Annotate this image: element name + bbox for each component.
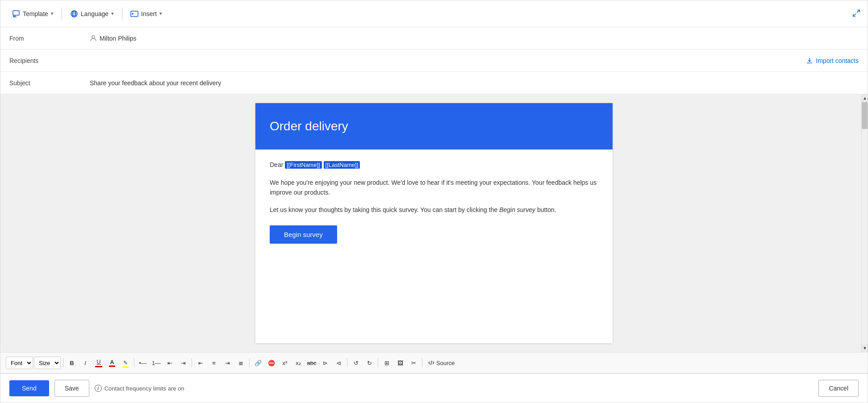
info-icon: i xyxy=(95,385,102,392)
outdent-button[interactable]: ⇤ xyxy=(163,357,176,369)
language-icon xyxy=(70,10,78,18)
from-value: Milton Philips xyxy=(100,35,136,42)
email-para-1: We hope you're enjoying your new product… xyxy=(270,178,598,198)
template-menu[interactable]: Template ▾ xyxy=(8,7,58,21)
template-chevron: ▾ xyxy=(51,11,54,17)
subscript-button[interactable]: x₂ xyxy=(292,357,305,369)
dear-prefix: Dear xyxy=(270,161,283,168)
recipients-row: Recipients Import contacts xyxy=(0,50,868,72)
email-content: Dear [[FirstName]] [[LastName]] We hope … xyxy=(255,150,613,258)
save-button[interactable]: Save xyxy=(54,380,89,397)
expand-icon xyxy=(852,9,860,17)
fmt-sep-3 xyxy=(192,358,192,367)
fmt-sep-5 xyxy=(347,358,347,367)
size-select[interactable]: Size xyxy=(34,357,61,369)
insert-chevron: ▾ xyxy=(159,11,162,17)
import-icon xyxy=(806,57,813,64)
bold-button[interactable]: B xyxy=(66,357,78,369)
expand-button[interactable] xyxy=(852,9,860,18)
font-select[interactable]: Font xyxy=(6,357,33,369)
fmt-sep-2 xyxy=(134,358,134,367)
user-icon xyxy=(90,35,97,42)
email-template: Order delivery Dear [[FirstName]] [[Last… xyxy=(255,103,613,343)
undo-button[interactable]: ↺ xyxy=(350,357,362,369)
cancel-button[interactable]: Cancel xyxy=(818,380,859,397)
from-label: From xyxy=(9,35,90,42)
template-icon xyxy=(12,10,20,18)
composer-wrapper: Template ▾ Language ▾ Insert ▾ xyxy=(0,0,868,403)
source-label: Source xyxy=(436,360,455,366)
svg-line-16 xyxy=(431,361,432,365)
link-button[interactable]: 🔗 xyxy=(252,357,264,369)
insert-icon xyxy=(130,10,138,18)
send-button[interactable]: Send xyxy=(9,380,49,396)
media-button[interactable]: ✂ xyxy=(407,357,420,369)
scrollbar-arrow-up[interactable]: ▲ xyxy=(862,94,868,102)
dear-line: Dear [[FirstName]] [[LastName]] xyxy=(270,160,598,170)
contact-freq-label: Contact frequency limits are on xyxy=(104,385,184,392)
lastname-tag[interactable]: [[LastName]] xyxy=(324,161,360,169)
source-button[interactable]: Source xyxy=(425,358,458,368)
insert-menu[interactable]: Insert ▾ xyxy=(126,7,167,21)
para2-after: button. xyxy=(535,206,556,213)
subject-label: Subject xyxy=(9,79,90,87)
subject-value[interactable]: Share your feedback about your recent de… xyxy=(90,79,859,87)
indent-button[interactable]: ⇥ xyxy=(177,357,189,369)
highlight-button[interactable]: ✎ xyxy=(119,357,132,369)
svg-line-11 xyxy=(857,10,860,12)
toolbar-sep-2 xyxy=(122,8,122,20)
fmt-sep-4 xyxy=(249,358,250,367)
align-right-button[interactable]: ⇥ xyxy=(221,357,234,369)
import-contacts-button[interactable]: Import contacts xyxy=(806,57,859,64)
format-toolbar: Font Size B I U A ✎ •— 1— ⇤ ⇥ ⇤ ≡ ⇥ ≣ 🔗 … xyxy=(0,352,868,374)
email-header-banner: Order delivery xyxy=(255,103,613,150)
font-color-button[interactable]: A xyxy=(106,357,118,369)
unordered-list-button[interactable]: •— xyxy=(137,357,149,369)
email-body-area[interactable]: Order delivery Dear [[FirstName]] [[Last… xyxy=(0,94,868,352)
top-toolbar: Template ▾ Language ▾ Insert ▾ xyxy=(0,0,868,27)
unlink-button[interactable]: ⛔ xyxy=(265,357,278,369)
fmt-sep-1 xyxy=(63,358,63,367)
superscript-button[interactable]: x² xyxy=(279,357,291,369)
align-justify-button[interactable]: ≣ xyxy=(234,357,247,369)
contact-frequency-notice: i Contact frequency limits are on xyxy=(95,385,184,392)
highlight-color-indicator xyxy=(122,366,129,368)
scrollbar-thumb[interactable] xyxy=(862,102,868,129)
image-button[interactable]: 🖼 xyxy=(394,357,406,369)
ordered-list-button[interactable]: 1— xyxy=(150,357,163,369)
from-user: Milton Philips xyxy=(90,35,136,42)
scrollbar-track[interactable]: ▲ ▼ xyxy=(861,94,868,352)
fmt-sep-7 xyxy=(422,358,422,367)
recipients-label: Recipients xyxy=(9,57,90,64)
firstname-tag[interactable]: [[FirstName]] xyxy=(285,161,321,169)
import-contacts-label: Import contacts xyxy=(816,57,859,64)
para2-italic: Begin survey xyxy=(499,206,535,213)
bottom-bar: Send Save i Contact frequency limits are… xyxy=(0,374,868,403)
svg-line-12 xyxy=(853,13,856,16)
svg-point-13 xyxy=(92,36,95,38)
highlight-label: ✎ xyxy=(123,360,128,366)
redo-button[interactable]: ↻ xyxy=(363,357,376,369)
language-label: Language xyxy=(81,10,108,17)
align-center-button[interactable]: ≡ xyxy=(208,357,220,369)
italic-button[interactable]: I xyxy=(79,357,92,369)
email-header-title: Order delivery xyxy=(270,119,598,133)
outdent2-button[interactable]: ⊲ xyxy=(332,357,345,369)
insert-label: Insert xyxy=(141,10,157,17)
underline-button[interactable]: U xyxy=(92,357,105,369)
begin-survey-button[interactable]: Begin survey xyxy=(270,225,337,244)
para2-before: Let us know your thoughts by taking this… xyxy=(270,206,499,213)
strikethrough-button[interactable]: abc xyxy=(305,357,318,369)
underline-label: U xyxy=(96,358,100,365)
scrollbar-arrow-down[interactable]: ▼ xyxy=(862,344,868,352)
from-row: From Milton Philips xyxy=(0,27,868,50)
language-menu[interactable]: Language ▾ xyxy=(66,7,118,21)
language-chevron: ▾ xyxy=(111,11,114,17)
fmt-sep-6 xyxy=(378,358,378,367)
toolbar-sep-1 xyxy=(62,8,62,20)
align-left-button[interactable]: ⇤ xyxy=(194,357,207,369)
subject-row: Subject Share your feedback about your r… xyxy=(0,72,868,94)
table-button[interactable]: ⊞ xyxy=(380,357,393,369)
indent2-button[interactable]: ⊳ xyxy=(319,357,331,369)
underline-color xyxy=(95,366,102,367)
